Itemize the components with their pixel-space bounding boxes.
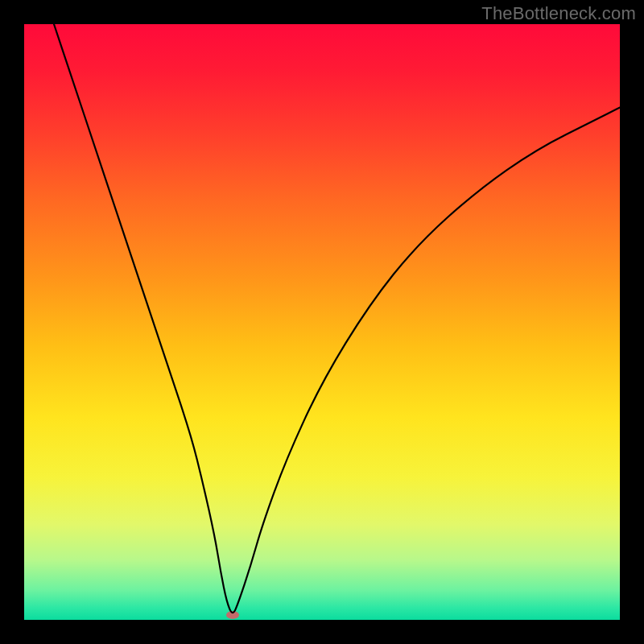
- plot-svg: [24, 24, 620, 620]
- bottleneck-curve: [54, 24, 620, 613]
- watermark-text: TheBottleneck.com: [481, 3, 636, 24]
- plot-area: [24, 24, 620, 620]
- chart-frame: TheBottleneck.com: [0, 0, 644, 644]
